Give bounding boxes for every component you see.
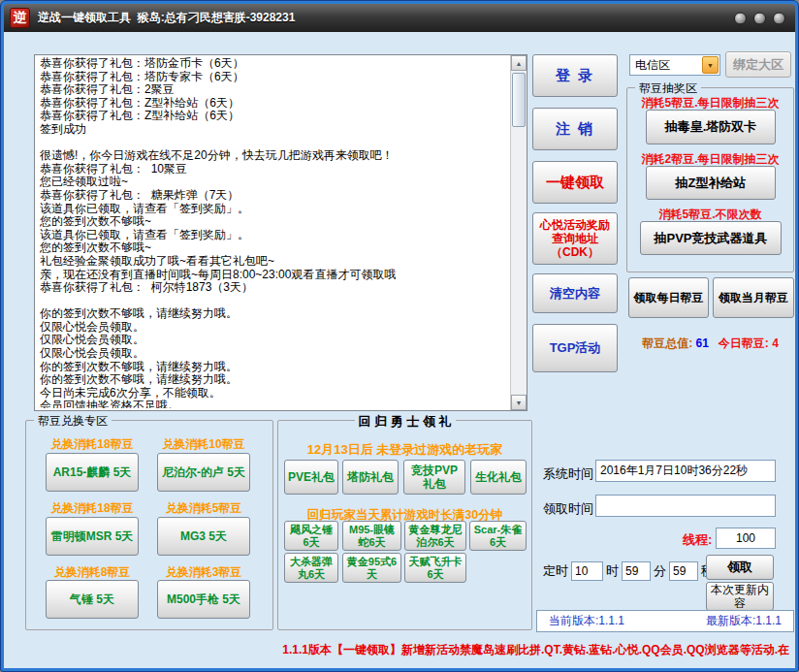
app-icon: 逆 [10,8,30,28]
current-version-label: 当前版本:1.1.1 [549,613,624,629]
timer-minute-field[interactable]: 59 [622,561,651,581]
exchange-cost-label: 兑换消耗18帮豆 [46,500,139,517]
return-item-button[interactable]: Scar-朱雀6天 [469,521,527,551]
timer-second-field[interactable]: 59 [669,561,698,581]
log-text: 恭喜你获得了礼包：塔防金币卡（6天） 恭喜你获得了礼包：塔防专家卡（6天） 恭喜… [40,57,506,408]
today-bean-label: 今日帮豆: [719,336,769,350]
timer-unit-hour: 时 [606,562,619,580]
bean-total-label: 帮豆总值: [642,336,692,350]
scrollbar-thumb[interactable] [512,73,526,127]
exchange-item-button[interactable]: M500手枪 5天 [157,580,250,619]
version-box: 当前版本:1.1.1 最新版本:1.1.1 [536,610,794,632]
exchange-item-button[interactable]: 尼泊尔-的卢 5天 [157,453,250,492]
return-item-button[interactable]: 大杀器弹丸6天 [284,553,338,583]
main-content: 恭喜你获得了礼包：塔防金币卡（6天） 恭喜你获得了礼包：塔防专家卡（6天） 恭喜… [4,32,795,668]
thread-label: 线程: [683,531,712,549]
draw-z-supply-button[interactable]: 抽Z型补给站 [646,166,776,200]
return-item-button[interactable]: M95-眼镜蛇6天 [342,521,401,551]
lottery-group: 帮豆抽奖区 消耗5帮豆.每日限制抽三次 抽毒皇.塔防双卡 消耗2帮豆.每日限制抽… [626,87,794,272]
window-controls [734,12,785,24]
minimize-button[interactable] [734,12,747,24]
claim-time-field[interactable] [595,495,776,517]
clear-content-button[interactable]: 清空内容 [532,273,618,313]
log-textarea[interactable]: 恭喜你获得了礼包：塔防金币卡（6天） 恭喜你获得了礼包：塔防专家卡（6天） 恭喜… [34,54,527,411]
bean-total-value: 61 [695,336,708,350]
claim-time-label: 领取时间 [543,500,593,518]
exchange-cost-label: 兑换消耗8帮豆 [46,564,139,581]
system-time-label: 系统时间 [543,465,593,483]
tgp-activity-button[interactable]: TGP活动 [532,324,618,372]
draw-pvp-weapon-button[interactable]: 抽PVP竞技武器道具 [640,221,782,255]
exchange-item-button[interactable]: 雷明顿MSR 5天 [46,517,139,556]
claim-button[interactable]: 领取 [706,555,774,580]
return-item-button[interactable]: 天赋飞升卡6天 [404,553,466,583]
exchange-cost-label: 兑换消耗5帮豆 [157,500,250,517]
exchange-cost-label: 兑换消耗10帮豆 [157,436,250,453]
return-item-button[interactable]: 黄金95式6天 [342,553,401,583]
maximize-button[interactable] [753,12,766,24]
claim-daily-bean-button[interactable]: 领取每日帮豆 [628,277,709,318]
return-warrior-group: 回 归 勇 士 领 礼 12月13日后 未登录过游戏的老玩家 PVE礼包 塔防礼… [277,420,532,630]
exchange-item-button[interactable]: AR15-麒麟 5天 [46,453,139,492]
timer-unit-minute: 分 [654,562,666,580]
title-bar[interactable]: 逆 逆战一键领取工具 猴岛:总有刁民想害朕-3928231 [4,4,795,32]
draw-tower-defense-button[interactable]: 抽毒皇.塔防双卡 [646,110,776,144]
system-time-field[interactable]: 2016年1月7日10时36分22秒 [595,460,776,482]
close-button[interactable] [773,12,785,24]
bind-region-button[interactable]: 绑定大区 [725,51,791,78]
return-item-button[interactable]: 黄金尊龙尼泊尔6天 [404,521,466,551]
app-window: 逆 逆战一键领取工具 猴岛:总有刁民想害朕-3928231 恭喜你获得了礼包：塔… [0,0,799,672]
one-click-claim-button[interactable]: 一键领取 [532,161,618,204]
gift-pack-button[interactable]: 竞技PVP礼包 [403,460,465,495]
exchange-group-title: 帮豆兑换专区 [34,413,112,430]
timer-label: 定时 [543,562,568,580]
timer-row: 定时 10 时 59 分 59 秒 [543,560,714,582]
login-button[interactable]: 登 录 [532,54,618,97]
claim-monthly-bean-button[interactable]: 领取当月帮豆 [713,277,794,318]
gift-pack-button[interactable]: 生化礼包 [470,460,527,495]
server-region-select[interactable]: 电信区 ▼ [629,54,720,76]
bean-totals: 帮豆总值: 61 今日帮豆: 4 [626,336,794,352]
exchange-item-button[interactable]: 气锤 5天 [46,580,139,619]
thread-count-field[interactable]: 100 [716,528,776,549]
today-bean-value: 4 [772,336,779,350]
exchange-cost-label: 兑换消耗18帮豆 [46,436,139,453]
gift-pack-button[interactable]: 塔防礼包 [342,460,399,495]
app-icon-glyph: 逆 [14,10,27,27]
return-group-title: 回 归 勇 士 领 礼 [354,413,455,431]
log-scrollbar[interactable]: ▲ ▼ [510,55,527,410]
scroll-down-icon[interactable]: ▼ [511,395,527,410]
exchange-item-button[interactable]: MG3 5天 [157,517,250,556]
logout-button[interactable]: 注 销 [532,108,618,150]
cdk-query-button[interactable]: 心悦活动奖励查询地址（CDK） [532,212,618,265]
chevron-down-icon[interactable]: ▼ [702,56,719,74]
exchange-group: 帮豆兑换专区 兑换消耗18帮豆 兑换消耗10帮豆 AR15-麒麟 5天 尼泊尔-… [25,420,273,630]
window-title: 逆战一键领取工具 猴岛:总有刁民想害朕-3928231 [38,10,295,26]
server-selected-value: 电信区 [635,57,670,74]
timer-hour-field[interactable]: 10 [571,561,603,581]
scroll-up-icon[interactable]: ▲ [511,55,527,71]
exchange-cost-label: 兑换消耗3帮豆 [157,564,250,581]
latest-version-label: 最新版本:1.1.1 [706,613,782,629]
update-notes-button[interactable]: 本次更新内容 [706,582,774,611]
old-player-note: 12月13日后 未登录过游戏的老玩家 [278,441,531,459]
return-item-button[interactable]: 飓风之锤6天 [284,521,338,551]
announcement-marquee: 1.1.1版本【一键领取】新增新活动禁魔岛速刷比拼.QT.黄钻.蓝钻.心悦.QQ… [198,642,789,658]
gift-pack-button[interactable]: PVE礼包 [284,460,338,495]
